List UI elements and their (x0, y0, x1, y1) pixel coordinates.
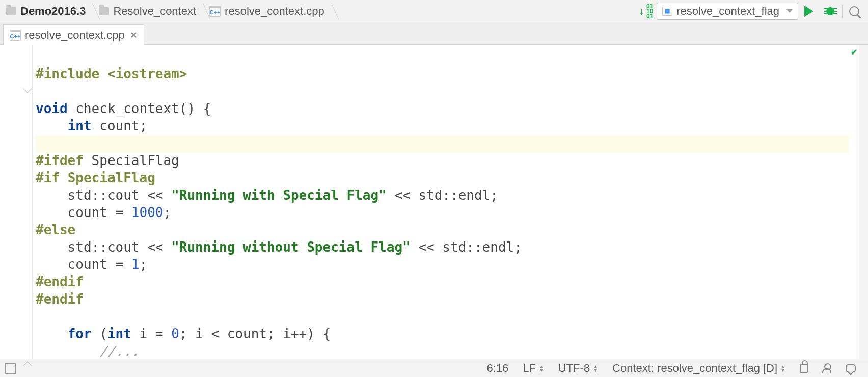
cpp-file-icon: C++ (209, 6, 221, 17)
code-line[interactable]: count = 1000; (36, 204, 849, 221)
inspector-icon (822, 363, 831, 373)
search-icon (849, 6, 859, 16)
chevron-down-icon (786, 9, 793, 13)
run-configuration-label: resolve_context_flag (676, 5, 779, 18)
breadcrumb-label: resolve_context.cpp (225, 5, 324, 18)
code-line[interactable]: std::cout << "Running with Special Flag"… (36, 186, 849, 204)
inspection-ok-icon: ✔ (850, 48, 858, 56)
caret-position-label: 6:16 (486, 362, 508, 375)
speech-bubble-icon (846, 364, 856, 372)
resolve-context-selector[interactable]: Context: resolve_context_flag [D] ▲▼ (612, 362, 785, 375)
readonly-toggle[interactable] (800, 364, 808, 373)
breadcrumb-label: Demo2016.3 (20, 5, 86, 18)
code-line[interactable]: std::cout << "Running without Special Fl… (36, 238, 849, 256)
code-line[interactable]: #endif (36, 290, 849, 308)
vertical-scrollbar[interactable] (859, 45, 868, 359)
lock-icon (800, 364, 808, 373)
caret-position[interactable]: 6:16 (486, 362, 508, 375)
editor-tabs: C++ resolve_context.cpp ✕ (0, 22, 868, 45)
search-button[interactable] (846, 3, 863, 20)
code-line[interactable]: #endif (36, 273, 849, 290)
toolbar-separator (842, 5, 843, 18)
status-bar: 6:16 LF ▲▼ UTF-8 ▲▼ Context: resolve_con… (0, 359, 868, 377)
code-line[interactable]: void check_context() { (36, 100, 849, 117)
feedback-button[interactable] (846, 364, 856, 372)
code-line[interactable]: #include <iostream> (36, 65, 849, 83)
code-line[interactable] (36, 134, 849, 152)
editor-tab-label: resolve_context.cpp (25, 29, 125, 42)
code-line[interactable] (36, 83, 849, 100)
updown-icon: ▲▼ (539, 365, 544, 372)
code-line[interactable]: //... (36, 342, 849, 359)
resolve-context-label: Context: resolve_context_flag [D] (612, 362, 777, 375)
code-line[interactable] (36, 308, 849, 325)
line-separator-selector[interactable]: LF ▲▼ (523, 362, 544, 375)
code-line[interactable]: #ifdef SpecialFlag (36, 152, 849, 169)
breadcrumb-item-project[interactable]: Demo2016.3 (0, 0, 93, 22)
play-icon (804, 6, 813, 17)
top-toolbar: Demo2016.3 Resolve_context C++ resolve_c… (0, 0, 868, 22)
bug-icon (825, 6, 835, 16)
error-stripe[interactable]: ✔ (849, 45, 859, 359)
updown-icon: ▲▼ (593, 365, 598, 372)
code-line[interactable]: #else (36, 221, 849, 238)
code-line[interactable]: int count; (36, 117, 849, 134)
close-tab-button[interactable]: ✕ (130, 30, 138, 41)
fold-toggle-icon[interactable] (23, 85, 32, 93)
gutter[interactable] (0, 45, 33, 359)
debug-button[interactable] (822, 3, 839, 20)
run-button[interactable] (800, 3, 818, 20)
editor: #include <iostream> void check_context()… (0, 45, 868, 359)
breadcrumb-item-folder[interactable]: Resolve_context (93, 0, 203, 22)
code-line[interactable]: #if SpecialFlag (36, 169, 849, 186)
code-line[interactable]: count = 1; (36, 256, 849, 273)
tool-window-toggle-icon[interactable] (5, 363, 16, 374)
run-configuration-selector[interactable]: ▦ resolve_context_flag (657, 3, 798, 20)
code-line[interactable]: for (int i = 0; i < count; i++) { (36, 325, 849, 342)
target-icon: ▦ (662, 7, 672, 16)
breadcrumb-label: Resolve_context (113, 5, 196, 18)
code-area[interactable]: #include <iostream> void check_context()… (33, 45, 849, 359)
download-binary-icon: ↓ 01 10 01 (639, 4, 653, 19)
folder-icon (6, 7, 16, 15)
cpp-file-icon: C++ (10, 30, 21, 41)
line-separator-label: LF (523, 362, 536, 375)
updown-icon: ▲▼ (780, 365, 785, 372)
editor-tab[interactable]: C++ resolve_context.cpp ✕ (3, 24, 144, 45)
encoding-selector[interactable]: UTF-8 ▲▼ (558, 362, 598, 375)
breadcrumb-item-file[interactable]: C++ resolve_context.cpp (203, 0, 332, 22)
breadcrumb: Demo2016.3 Resolve_context C++ resolve_c… (0, 0, 635, 22)
encoding-label: UTF-8 (558, 362, 590, 375)
download-binary-button[interactable]: ↓ 01 10 01 (637, 3, 655, 20)
folder-icon (99, 7, 109, 15)
inspection-profile-button[interactable] (822, 363, 831, 373)
